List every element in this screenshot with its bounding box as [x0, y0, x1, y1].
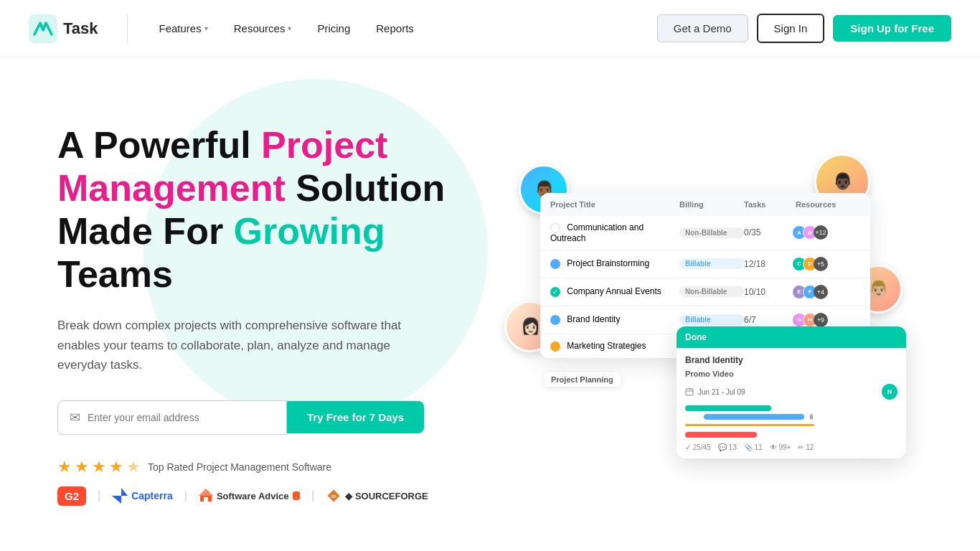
planning-label: Project Planning	[544, 372, 621, 387]
nav-buttons: Get a Demo Sign In Sign Up for Free	[657, 14, 951, 43]
gantt-bar-orange	[685, 424, 814, 426]
sign-up-button[interactable]: Sign Up for Free	[833, 15, 951, 42]
get-demo-button[interactable]: Get a Demo	[657, 14, 748, 42]
stat-edits: ✏ 12	[798, 443, 814, 451]
row1-billing: Non-Billable	[679, 227, 744, 238]
stat-progress: ✓ 25/45	[685, 443, 711, 451]
nav-links: Features ▾ Resources ▾ Pricing Reports	[149, 17, 657, 40]
dashboard-mockup: 👨🏾 👨🏿 👩🏻 👨🏼 👨🏽 Project Title Billing Tas…	[504, 157, 906, 473]
ntask-logo-icon	[29, 14, 57, 43]
detail-card: Done Brand Identity Promo Video Jun 21 -…	[677, 326, 906, 458]
svg-rect-7	[686, 389, 693, 395]
row1-resources: A B +12	[796, 225, 860, 240]
star-rating: ★ ★ ★ ★ ★	[57, 458, 141, 476]
row4-resources: G H +9	[796, 313, 860, 327]
row3-billing: Non-Billable	[679, 286, 744, 297]
star-2: ★	[75, 458, 89, 476]
col-tasks: Tasks	[744, 200, 796, 209]
capterra-icon	[112, 488, 128, 504]
navbar: Task Features ▾ Resources ▾ Pricing Repo…	[0, 0, 980, 57]
gantt-row-2	[685, 414, 897, 420]
stat-comments: 💬 13	[718, 443, 737, 451]
stat-attachments: 📎 11	[744, 443, 763, 451]
gantt-bar-blue	[704, 414, 804, 420]
badge-divider-1: |	[98, 489, 100, 502]
table-row: ✓ Company Annual Events Non-Billable 10/…	[540, 278, 870, 306]
software-advice-badge: Software Advice .	[199, 489, 300, 503]
row2-tasks: 12/18	[744, 259, 796, 269]
row2-billing: Billable	[679, 258, 744, 269]
capterra-badge: Capterra	[112, 488, 173, 504]
ratings-area: ★ ★ ★ ★ ★ Top Rated Project Management S…	[57, 458, 473, 506]
sourceforge-icon: SF	[326, 488, 341, 504]
row2-name: Project Brainstorming	[550, 258, 679, 269]
software-advice-label: Software Advice	[217, 491, 289, 501]
detail-stats: ✓ 25/45 💬 13 📎 11 👁 99+ ✏ 12	[685, 443, 897, 451]
stars-row: ★ ★ ★ ★ ★ Top Rated Project Management S…	[57, 458, 473, 476]
row5-name: Marketing Strategies	[550, 341, 679, 352]
svg-marker-3	[199, 489, 213, 496]
sourceforge-label: ◆ SOURCEFORGE	[345, 491, 428, 501]
star-3: ★	[92, 458, 106, 476]
email-input[interactable]	[88, 412, 275, 423]
table-row: Project Brainstorming Billable 12/18 C D…	[540, 250, 870, 278]
svg-marker-1	[112, 488, 128, 504]
stat-views: 👁 99+	[770, 443, 791, 451]
gantt-area	[685, 405, 897, 438]
try-free-button[interactable]: Try Free for 7 Days	[287, 401, 424, 433]
sourceforge-badge: SF ◆ SOURCEFORGE	[326, 488, 428, 504]
nav-divider	[127, 14, 128, 43]
star-1: ★	[57, 458, 72, 476]
software-advice-icon	[199, 489, 213, 503]
svg-text:SF: SF	[331, 494, 336, 499]
row1-name: Communication and Outreach	[550, 222, 679, 243]
col-project-title: Project Title	[550, 200, 679, 209]
row1-tasks: 0/35	[744, 227, 796, 237]
email-input-wrap: ✉	[57, 400, 287, 435]
badge-divider-2: |	[184, 489, 187, 502]
email-icon: ✉	[70, 410, 80, 425]
chevron-down-icon: ▾	[204, 24, 208, 32]
calendar-icon	[685, 387, 694, 396]
logo-text: Task	[63, 19, 98, 38]
hero-right: 👨🏾 👨🏿 👩🏻 👨🏼 👨🏽 Project Title Billing Tas…	[473, 157, 937, 473]
assignee-avatar: N	[882, 384, 897, 400]
detail-date: Jun 21 - Jul 09 N	[685, 384, 897, 400]
gantt-bar-red	[685, 432, 757, 438]
row2-resources: C D +5	[796, 257, 860, 271]
row4-tasks: 6/7	[744, 315, 796, 325]
col-billing: Billing	[679, 200, 744, 209]
nav-resources[interactable]: Resources ▾	[224, 17, 302, 40]
badge-divider-3: |	[311, 489, 314, 502]
detail-title: Brand Identity	[685, 355, 897, 365]
star-5: ★	[126, 458, 141, 476]
nav-reports[interactable]: Reports	[366, 17, 424, 40]
row4-name: Brand Identity	[550, 314, 679, 325]
rating-label: Top Rated Project Management Software	[148, 461, 331, 473]
nav-features[interactable]: Features ▾	[149, 17, 218, 40]
star-4: ★	[109, 458, 123, 476]
logo[interactable]: Task	[29, 14, 98, 43]
sign-in-button[interactable]: Sign In	[757, 14, 825, 43]
gantt-row-3	[685, 423, 897, 438]
hero-title: A Powerful Project Management Solution M…	[57, 124, 473, 296]
col-resources: Resources	[796, 200, 860, 209]
g2-logo: G2	[57, 486, 86, 506]
row3-tasks: 10/10	[744, 287, 796, 297]
badges-row: G2 | Capterra |	[57, 486, 473, 506]
email-cta-row: ✉ Try Free for 7 Days	[57, 400, 473, 435]
detail-subtitle: Promo Video	[685, 369, 897, 378]
table-header: Project Title Billing Tasks Resources	[540, 193, 870, 216]
nav-pricing[interactable]: Pricing	[307, 17, 360, 40]
hero-section: A Powerful Project Management Solution M…	[0, 57, 980, 551]
date-range: Jun 21 - Jul 09	[698, 388, 745, 396]
gantt-row-1	[685, 405, 897, 411]
detail-body: Brand Identity Promo Video Jun 21 - Jul …	[677, 348, 906, 458]
hero-subtitle: Break down complex projects with compreh…	[57, 316, 430, 375]
detail-header: Done	[677, 326, 906, 348]
row4-billing: Billable	[679, 314, 744, 325]
g2-badge: G2	[57, 486, 86, 506]
gantt-bar-green	[685, 405, 771, 411]
svg-rect-4	[204, 497, 208, 501]
software-advice-tag: .	[293, 491, 301, 500]
